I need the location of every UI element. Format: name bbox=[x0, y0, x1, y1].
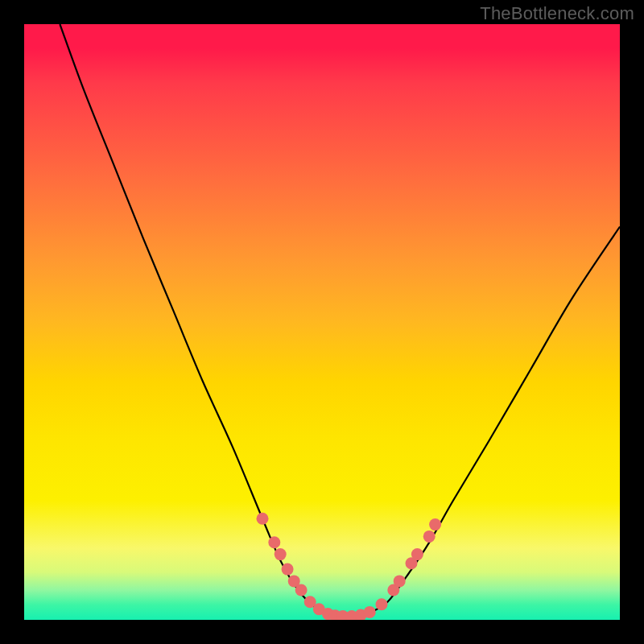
watermark-text: TheBottleneck.com bbox=[480, 3, 634, 24]
bead-point bbox=[376, 598, 388, 610]
bead-point bbox=[275, 548, 287, 560]
bead-point bbox=[394, 575, 406, 587]
bead-point bbox=[423, 530, 436, 543]
curve-right-branch bbox=[346, 227, 620, 617]
curve-left-branch bbox=[60, 24, 345, 617]
bead-group bbox=[257, 513, 442, 620]
bead-point bbox=[257, 513, 269, 525]
curve-layer bbox=[24, 24, 620, 620]
bead-point bbox=[268, 536, 280, 548]
curve-group bbox=[60, 24, 620, 617]
bead-point bbox=[364, 606, 376, 618]
bead-point bbox=[295, 584, 308, 597]
plot-area bbox=[24, 24, 620, 620]
chart-frame: TheBottleneck.com bbox=[0, 0, 644, 644]
bead-point bbox=[411, 548, 423, 560]
bead-point bbox=[429, 518, 441, 530]
bead-point bbox=[282, 564, 294, 576]
